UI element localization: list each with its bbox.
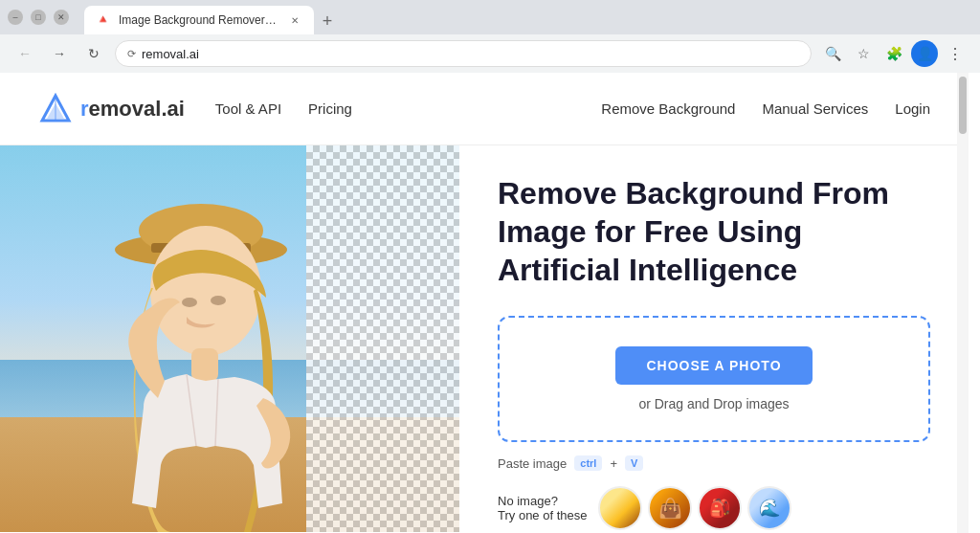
nav-remove-background[interactable]: Remove Background <box>601 100 735 117</box>
main-nav: Tool & API Pricing <box>215 100 352 117</box>
v-key-badge: V <box>625 455 643 471</box>
active-tab[interactable]: 🔺 Image Background Remover | R... ✕ <box>84 6 314 34</box>
sample-image-1[interactable] <box>598 486 642 530</box>
page-content: removal.ai Tool & API Pricing Remove Bac… <box>0 73 969 533</box>
site-header: removal.ai Tool & API Pricing Remove Bac… <box>0 73 969 145</box>
hero-title: Remove Background From Image for Free Us… <box>498 174 930 289</box>
paste-label: Paste image <box>498 456 567 471</box>
maximize-button[interactable]: □ <box>31 10 46 25</box>
bookmark-icon[interactable]: ☆ <box>850 40 877 67</box>
logo-icon <box>38 92 73 126</box>
scrollbar-thumb[interactable] <box>959 77 967 134</box>
woman-figure <box>10 145 412 532</box>
search-icon[interactable]: 🔍 <box>819 40 846 67</box>
window-controls: – □ ✕ <box>8 10 69 25</box>
paste-row: Paste image ctrl + V <box>498 455 930 471</box>
minimize-button[interactable]: – <box>8 10 23 25</box>
profile-button[interactable]: 👤 <box>911 40 938 67</box>
logo-text: removal.ai <box>80 97 185 122</box>
hero-section: Remove Background From Image for Free Us… <box>0 145 969 532</box>
svg-rect-7 <box>191 348 218 382</box>
new-tab-button[interactable]: + <box>314 8 341 34</box>
secure-icon: ⟳ <box>127 48 136 60</box>
logo-wrap[interactable]: removal.ai <box>38 92 185 126</box>
svg-point-8 <box>182 298 197 307</box>
svg-point-9 <box>211 296 226 305</box>
upload-box[interactable]: CHOOSE A PHOTO or Drag and Drop images <box>498 316 930 442</box>
plus-symbol: + <box>610 456 617 471</box>
tab-title: Image Background Remover | R... <box>119 13 279 27</box>
tab-close-icon[interactable]: ✕ <box>287 12 302 28</box>
ctrl-key-badge: ctrl <box>574 455 602 471</box>
title-bar: – □ ✕ 🔺 Image Background Remover | R... … <box>0 0 980 34</box>
address-actions: 🔍 ☆ 🧩 👤 ⋮ <box>819 40 969 67</box>
hero-image <box>0 145 459 532</box>
hero-content: Remove Background From Image for Free Us… <box>459 145 969 532</box>
nav-tool-api[interactable]: Tool & API <box>215 100 281 117</box>
nav-login[interactable]: Login <box>895 100 930 117</box>
sample-image-2[interactable]: 👜 <box>648 486 692 530</box>
tab-favicon: 🔺 <box>96 12 111 28</box>
forward-button[interactable]: → <box>46 40 73 67</box>
svg-point-6 <box>150 226 261 356</box>
nav-manual-services[interactable]: Manual Services <box>762 100 868 117</box>
address-input-wrap[interactable]: ⟳ removal.ai <box>115 40 812 67</box>
back-button[interactable]: ← <box>11 40 38 67</box>
extensions-icon[interactable]: 🧩 <box>880 40 907 67</box>
refresh-button[interactable]: ↻ <box>80 40 107 67</box>
nav-pricing[interactable]: Pricing <box>308 100 352 117</box>
drag-drop-text: or Drag and Drop images <box>638 396 789 411</box>
sample-images-row: No image? Try one of these 👜 🎒 🌊 <box>498 486 930 530</box>
sample-image-4[interactable]: 🌊 <box>747 486 791 530</box>
tab-bar: 🔺 Image Background Remover | R... ✕ + <box>77 0 341 34</box>
sample-image-3[interactable]: 🎒 <box>698 486 742 530</box>
address-text: removal.ai <box>142 47 799 61</box>
menu-button[interactable]: ⋮ <box>942 40 969 67</box>
sample-label: No image? Try one of these <box>498 494 587 522</box>
right-nav: Remove Background Manual Services Login <box>601 100 930 117</box>
scrollbar-track[interactable] <box>957 73 969 533</box>
sample-images-list: 👜 🎒 🌊 <box>598 486 791 530</box>
address-bar: ← → ↻ ⟳ removal.ai 🔍 ☆ 🧩 👤 ⋮ <box>0 34 980 73</box>
close-button[interactable]: ✕ <box>54 10 69 25</box>
choose-photo-button[interactable]: CHOOSE A PHOTO <box>615 346 812 385</box>
